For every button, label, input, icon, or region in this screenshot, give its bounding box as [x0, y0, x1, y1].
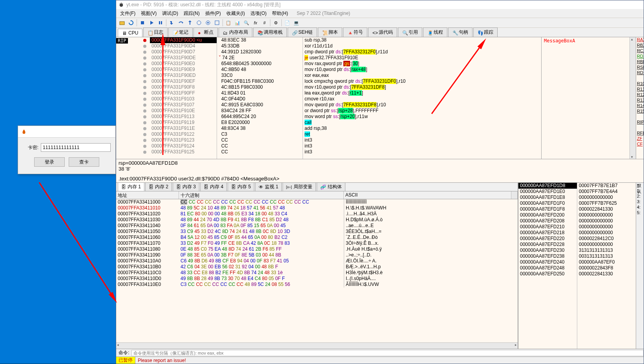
- svg-rect-6: [159, 21, 160, 24]
- hex-tab-watch[interactable]: 👁 监视 1: [255, 182, 282, 191]
- hex-tab-mem4[interactable]: 🗄 内存 4: [200, 182, 227, 191]
- restart-button[interactable]: [127, 18, 135, 27]
- tab-symbols[interactable]: 🔺符号: [343, 27, 367, 37]
- login-button[interactable]: 登录: [34, 157, 65, 167]
- build-info: Sep 7 2022 (TitanEngine): [294, 10, 352, 17]
- command-label: 命令:: [116, 349, 131, 356]
- login-dialog: 卡密: 登录 查卡: [18, 126, 116, 174]
- dialog-titlebar[interactable]: [18, 126, 115, 138]
- run-button[interactable]: [147, 18, 156, 27]
- hex-dump-pane: 🗄 内存 1 🗄 内存 2 🗄 内存 3 🗄 内存 4 🗄 内存 5 👁 监视 …: [116, 183, 518, 349]
- svg-line-14: [39, 182, 114, 298]
- tool-1[interactable]: 📋: [224, 18, 233, 27]
- tab-log[interactable]: 📋日志: [143, 27, 168, 37]
- hex-tabs: 🗄 内存 1 🗄 内存 2 🗄 内存 3 🗄 内存 4 🗄 内存 5 👁 监视 …: [116, 183, 518, 191]
- status-message: Please report an issue!: [135, 358, 188, 363]
- tool-hash[interactable]: #: [260, 18, 269, 27]
- tab-script[interactable]: 📜脚本: [318, 27, 342, 37]
- menu-options[interactable]: 选项(O): [248, 9, 269, 18]
- tab-cpu[interactable]: 🖥CPU: [118, 29, 142, 37]
- svg-rect-7: [161, 21, 162, 24]
- tab-memory[interactable]: 🗂内存布局: [219, 27, 252, 37]
- svg-point-8: [197, 21, 201, 25]
- hex-tab-mem3[interactable]: 🗄 内存 3: [173, 182, 199, 191]
- menu-trace[interactable]: 跟踪(N): [181, 9, 202, 18]
- disassembly-view[interactable]: RIP 00007FFA331F90D0 <u00007FFA331F90D40…: [116, 37, 542, 159]
- status-bar: 已暂停 Please report an issue!: [116, 357, 644, 364]
- registers-pane[interactable]: RAXRBXRCXRDXRBPRSIRDIR10R11R12R13R14R15R…: [636, 37, 644, 159]
- tool-2[interactable]: 📊: [233, 18, 242, 27]
- command-input[interactable]: [131, 350, 644, 356]
- rip-indicator: RIP: [116, 38, 128, 44]
- menu-file[interactable]: 文件(F): [118, 9, 138, 18]
- svg-point-10: [207, 22, 209, 24]
- view-tabs: 🖥CPU 📋日志 📝笔记 ●断点 🗂内存布局 📚调用堆栈 🔗SEH链 📜脚本 🔺…: [116, 28, 644, 37]
- stop-button[interactable]: [138, 18, 147, 27]
- toolbar: 📋 📊 🔍 fx # ⚙ 📄 💻: [116, 18, 644, 28]
- tool-fx[interactable]: fx: [251, 18, 260, 27]
- field-label: 卡密:: [23, 144, 38, 151]
- card-key-input[interactable]: [41, 143, 111, 152]
- check-card-button[interactable]: 查卡: [69, 157, 99, 167]
- hex-tab-struct[interactable]: 🧬 结构体: [317, 182, 345, 191]
- open-button[interactable]: [118, 18, 126, 27]
- hex-tab-locals[interactable]: [x=] 局部变量: [283, 182, 316, 191]
- svg-rect-4: [120, 22, 124, 25]
- info-scrollbar[interactable]: [629, 37, 636, 159]
- debugger-window: yt.exe - PID: 5916 - 模块: user32.dll - 线程…: [116, 0, 644, 364]
- tab-notes[interactable]: 📝笔记: [168, 27, 193, 37]
- hex-tab-mem5[interactable]: 🗄 内存 5: [228, 182, 254, 191]
- svg-rect-5: [141, 21, 144, 24]
- svg-line-3: [122, 4, 123, 4]
- annotation-arrow-down: [35, 180, 122, 303]
- tool-6[interactable]: 💻: [292, 18, 301, 27]
- tab-handles[interactable]: 🔧句柄: [448, 27, 473, 37]
- tab-breakpoints[interactable]: ●断点: [193, 27, 218, 37]
- pause-button[interactable]: [156, 18, 165, 27]
- hex-tab-mem2[interactable]: 🗄 内存 2: [145, 182, 172, 191]
- status-paused: 已暂停: [116, 357, 135, 364]
- tool-5[interactable]: 📄: [283, 18, 292, 27]
- step-into-button[interactable]: [168, 18, 176, 27]
- hex-header: 地址 十六进制 ASCII: [116, 191, 518, 199]
- window-titlebar[interactable]: yt.exe - PID: 5916 - 模块: user32.dll - 线程…: [116, 0, 644, 9]
- trace-into-button[interactable]: [195, 18, 203, 27]
- step-over-button[interactable]: [177, 18, 185, 27]
- command-bar: 命令:: [116, 349, 644, 357]
- svg-rect-11: [215, 21, 219, 25]
- mid-status: rsp=000000AA87EFD1D8 38 '8' .text:00007F…: [116, 159, 644, 182]
- menu-bar: 文件(F) 视图(V) 调试(D) 跟踪(N) 插件(P) 收藏夹(I) 选项(…: [116, 9, 644, 18]
- menu-debug[interactable]: 调试(D): [160, 9, 181, 18]
- svg-line-2: [120, 4, 120, 4]
- menu-view[interactable]: 视图(V): [139, 9, 159, 18]
- info-pane: MessageBoxA: [542, 37, 636, 159]
- menu-plugins[interactable]: 插件(P): [203, 9, 223, 18]
- flame-icon: [21, 129, 27, 135]
- tool-3[interactable]: 🔍: [242, 18, 251, 27]
- tab-seh[interactable]: 🔗SEH链: [288, 27, 317, 37]
- tool-4[interactable]: ⚙: [272, 18, 280, 27]
- expr-pane[interactable]: 默认1:2:3:4:5:: [636, 183, 644, 349]
- menu-favorites[interactable]: 收藏夹(I): [224, 9, 247, 18]
- run-to-user-button[interactable]: [213, 18, 221, 27]
- trace-over-button[interactable]: [204, 18, 212, 27]
- stack-pane[interactable]: 000000AA87EFD1D8000000AA87EFD1E0000000AA…: [518, 183, 636, 349]
- tab-callstack[interactable]: 📚调用堆栈: [253, 27, 287, 37]
- tab-source[interactable]: <>源代码: [368, 27, 397, 37]
- menu-help[interactable]: 帮助(H): [270, 9, 290, 18]
- bug-icon: [119, 2, 124, 7]
- hex-body[interactable]: 00007FFA33411000CC CC CC CC CC CC CC CC …: [116, 199, 518, 342]
- window-title: yt.exe - PID: 5916 - 模块: user32.dll - 线程…: [126, 2, 281, 8]
- info-label: MessageBoxA: [544, 38, 575, 44]
- hex-tab-mem1[interactable]: 🗄 内存 1: [118, 182, 144, 191]
- tab-trace[interactable]: 👣跟踪: [473, 27, 498, 37]
- tab-refs[interactable]: 🔍引用: [398, 27, 422, 37]
- hex-h-scrollbar[interactable]: [116, 342, 518, 349]
- step-out-button[interactable]: [186, 18, 194, 27]
- tab-threads[interactable]: 🧵线程: [423, 27, 447, 37]
